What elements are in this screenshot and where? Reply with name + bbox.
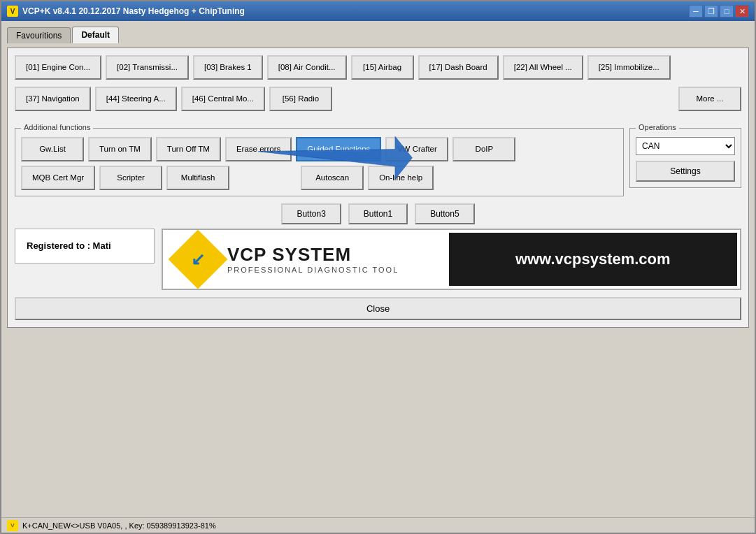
settings-button[interactable]: Settings <box>636 161 735 182</box>
banner-text-block: VCP SYSTEM PROFESSIONAL DIAGNOSTIC TOOL <box>227 244 399 274</box>
banner-area: ↙ VCP SYSTEM PROFESSIONAL DIAGNOSTIC TOO… <box>162 229 741 290</box>
title-bar-left: V VCP+K v8.4.1 20.12.2017 Nasty Hedgehog… <box>7 6 245 17</box>
title-controls: ─ ❐ □ ✕ <box>689 5 749 17</box>
tab-favouritions[interactable]: Favouritions <box>7 27 71 43</box>
func-grid: Gw.List Turn on TM Turn Off TM Erase err… <box>21 137 618 190</box>
btn-air-cond[interactable]: [08] Air Condit... <box>267 55 347 80</box>
tabs-row: Favouritions Default <box>7 27 749 43</box>
btn-erase-errors[interactable]: Erase errors <box>225 137 292 161</box>
registered-label: Registered to : Mati <box>27 240 111 251</box>
main-window: V VCP+K v8.4.1 20.12.2017 Nasty Hedgehog… <box>0 0 756 534</box>
btn-scripter[interactable]: Scripter <box>99 166 162 190</box>
btn-turn-off-tm[interactable]: Turn Off TM <box>156 137 221 161</box>
operations-panel: Operations CAN K-Line USB Settings <box>629 128 741 188</box>
btn-radio[interactable]: [56] Radio <box>269 87 332 111</box>
bottom-buttons-row: Button3 Button1 Button5 <box>15 203 741 224</box>
btn-multiflash[interactable]: Multiflash <box>166 166 229 190</box>
btn-airbag[interactable]: [15] Airbag <box>351 55 414 80</box>
restore-button[interactable]: ❐ <box>704 5 718 17</box>
btn-transmission[interactable]: [02] Transmissi... <box>106 55 189 80</box>
func-row-1: Gw.List Turn on TM Turn Off TM Erase err… <box>21 137 618 161</box>
vcp-subtitle: PROFESSIONAL DIAGNOSTIC TOOL <box>227 266 399 274</box>
banner-left: ↙ VCP SYSTEM PROFESSIONAL DIAGNOSTIC TOO… <box>166 233 449 286</box>
btn-vw-crafter[interactable]: VW Crafter <box>385 137 448 161</box>
btn-brakes[interactable]: [03] Brakes 1 <box>193 55 263 80</box>
window-title: VCP+K v8.4.1 20.12.2017 Nasty Hedgehog +… <box>22 6 245 16</box>
registered-box: Registered to : Mati <box>15 229 155 264</box>
btn-gw-list[interactable]: Gw.List <box>21 137 84 161</box>
more-btn-wrap: More ... <box>678 87 741 111</box>
middle-row: Registered to : Mati ↙ VCP SYSTEM PROF <box>15 229 741 290</box>
btn-dashboard[interactable]: [17] Dash Board <box>418 55 499 80</box>
banner-area-wrapper: ↙ VCP SYSTEM PROFESSIONAL DIAGNOSTIC TOO… <box>162 229 741 290</box>
title-bar: V VCP+K v8.4.1 20.12.2017 Nasty Hedgehog… <box>1 1 755 21</box>
content-area: Favouritions Default [01] Engine Con... … <box>1 21 755 517</box>
status-icon: V <box>7 520 18 531</box>
button5[interactable]: Button5 <box>415 203 474 224</box>
btn-engine[interactable]: [01] Engine Con... <box>15 55 101 80</box>
operations-dropdown[interactable]: CAN K-Line USB <box>636 137 735 155</box>
btn-immobilizer[interactable]: [25] Immobilize... <box>587 55 671 80</box>
maximize-button[interactable]: □ <box>720 5 734 17</box>
can-select-wrapper: CAN K-Line USB <box>636 137 735 155</box>
button3[interactable]: Button3 <box>281 203 341 224</box>
btn-turn-on-tm[interactable]: Turn on TM <box>88 137 152 161</box>
close-window-button[interactable]: ✕ <box>735 5 749 17</box>
btn-central-mo[interactable]: [46] Central Mo... <box>181 87 265 111</box>
system-buttons-row1: [01] Engine Con... [02] Transmissi... [0… <box>15 55 741 80</box>
app-icon: V <box>7 6 18 17</box>
more-button[interactable]: More ... <box>678 87 741 111</box>
button1[interactable]: Button1 <box>348 203 408 224</box>
btn-online-help[interactable]: On-line help <box>368 166 434 190</box>
btn-navigation[interactable]: [37] Navigation <box>15 87 91 111</box>
additional-functions-legend: Additional functions <box>21 123 93 131</box>
tab-default[interactable]: Default <box>72 27 119 43</box>
btn-guided-functions[interactable]: Guided Functions <box>296 137 381 161</box>
status-text: K+CAN_NEW<>USB V0A05, , Key: 05938991392… <box>22 521 216 530</box>
close-row: Close <box>15 297 741 320</box>
func-row-2: MQB Cert Mgr Scripter Multiflash Autosca… <box>21 166 618 190</box>
minimize-button[interactable]: ─ <box>689 5 703 17</box>
vcp-diamond-icon: ↙ <box>169 229 228 289</box>
banner-right: www.vcpsystem.com <box>449 233 738 286</box>
btn-steering[interactable]: [44] Steering A... <box>95 87 177 111</box>
banner-inner: ↙ VCP SYSTEM PROFESSIONAL DIAGNOSTIC TOO… <box>166 233 737 286</box>
close-main-button[interactable]: Close <box>15 297 741 320</box>
vcp-arrow-icon: ↙ <box>191 250 205 269</box>
ops-content: CAN K-Line USB Settings <box>636 137 735 182</box>
operations-legend: Operations <box>636 123 679 131</box>
btn-mqb-cert[interactable]: MQB Cert Mgr <box>21 166 95 190</box>
main-panel: [01] Engine Con... [02] Transmissi... [0… <box>7 48 749 328</box>
additional-functions-panel: Additional functions Gw.List Turn on TM … <box>15 128 624 196</box>
status-bar: V K+CAN_NEW<>USB V0A05, , Key: 059389913… <box>1 517 755 533</box>
system-buttons-row2: [37] Navigation [44] Steering A... [46] … <box>15 87 741 111</box>
banner-website: www.vcpsystem.com <box>515 250 671 268</box>
btn-all-wheel[interactable]: [22] All Wheel ... <box>503 55 583 80</box>
btn-autoscan[interactable]: Autoscan <box>301 166 364 190</box>
sections-row: Additional functions Gw.List Turn on TM … <box>15 128 741 196</box>
vcp-system-text: VCP SYSTEM <box>227 244 399 266</box>
btn-doip[interactable]: DoIP <box>452 137 515 161</box>
